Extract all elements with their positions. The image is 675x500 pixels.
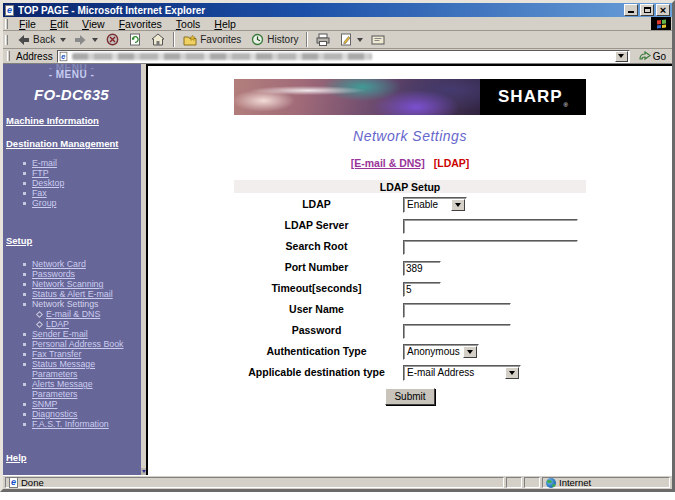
sidebar-item-group[interactable]: Group — [6, 198, 137, 208]
sidebar-item-personal-address-book[interactable]: Personal Address Book — [6, 339, 137, 349]
address-url-blurred — [72, 53, 372, 60]
sidebar-link-machine-information[interactable]: Machine Information — [6, 115, 137, 126]
home-button[interactable] — [146, 32, 170, 48]
sidebar-link-destination-management[interactable]: Destination Management — [6, 138, 137, 149]
menu-file[interactable]: File — [12, 18, 43, 30]
timeout-label: Timeout[seconds] — [234, 277, 399, 298]
ldap-enable-select[interactable]: Enable — [403, 197, 467, 213]
edit-dropdown-icon[interactable] — [357, 38, 363, 42]
ldap-current-page-label: [LDAP] — [434, 157, 470, 169]
favorites-button[interactable]: Favorites — [178, 32, 246, 48]
sidebar-item-fax[interactable]: Fax — [6, 188, 137, 198]
sidebar-item-snmp[interactable]: SNMP — [6, 399, 137, 409]
go-arrow-icon — [639, 51, 651, 62]
sidebar-item-ftp[interactable]: FTP — [6, 168, 137, 178]
forward-dropdown-icon[interactable] — [92, 38, 98, 42]
back-button-label: Back — [33, 34, 55, 45]
menu-edit[interactable]: Edit — [43, 18, 75, 30]
address-label: Address — [16, 51, 53, 62]
scroll-down-button[interactable] — [141, 468, 146, 475]
port-number-label: Port Number — [234, 256, 399, 277]
email-dns-link[interactable]: [E-mail & DNS] — [351, 157, 425, 169]
sidebar: - MENU - FO-DC635 Machine Information De… — [3, 64, 141, 475]
security-zone-pane: Internet — [542, 477, 670, 488]
go-button-label: Go — [653, 51, 666, 62]
user-name-input[interactable] — [403, 303, 511, 318]
history-clock-icon — [251, 33, 264, 46]
back-button[interactable]: Back — [12, 32, 60, 48]
history-button-label: History — [267, 34, 298, 45]
home-icon — [151, 33, 165, 46]
authentication-type-select[interactable]: Anonymous — [403, 344, 479, 360]
sidebar-link-help[interactable]: Help — [6, 452, 137, 463]
ldap-server-input[interactable] — [403, 219, 578, 234]
refresh-button[interactable] — [124, 32, 146, 48]
sidebar-item-network-card[interactable]: Network Card — [6, 259, 137, 269]
address-input[interactable] — [57, 50, 630, 63]
status-pane-empty — [524, 477, 540, 488]
search-root-input[interactable] — [403, 240, 578, 255]
applicable-destination-type-select[interactable]: E-mail Address — [403, 365, 521, 381]
sidebar-item-email[interactable]: E-mail — [6, 158, 137, 168]
sidebar-item-alerts-message-parameters[interactable]: Alerts Message Parameters — [6, 379, 137, 399]
sharp-banner: SHARP ® — [234, 79, 586, 115]
sidebar-item-ldap[interactable]: LDAP — [6, 319, 137, 329]
menu-help[interactable]: Help — [207, 18, 243, 30]
menu-tools[interactable]: Tools — [169, 18, 208, 30]
addressbar-grip[interactable] — [7, 51, 10, 61]
discuss-button[interactable] — [366, 32, 390, 48]
sidebar-item-diagnostics[interactable]: Diagnostics — [6, 409, 137, 419]
sidebar-item-fast-information[interactable]: F.A.S.T. Information — [6, 419, 137, 429]
history-button[interactable]: History — [246, 32, 303, 48]
sidebar-item-fax-transfer[interactable]: Fax Transfer — [6, 349, 137, 359]
sidebar-item-sender-email[interactable]: Sender E-mail — [6, 329, 137, 339]
port-number-input[interactable] — [403, 261, 441, 276]
favorites-button-label: Favorites — [200, 34, 241, 45]
password-input[interactable] — [403, 324, 511, 339]
sidebar-item-network-scanning[interactable]: Network Scanning — [6, 279, 137, 289]
stop-button[interactable] — [101, 32, 124, 48]
authentication-type-value: Anonymous — [404, 346, 463, 357]
applicable-destination-type-label: Applicable destination type — [234, 361, 399, 382]
sidebar-item-desktop[interactable]: Desktop — [6, 178, 137, 188]
address-bar: Address Go — [3, 49, 672, 64]
page-title: Network Settings — [148, 128, 672, 144]
menu-view[interactable]: View — [75, 18, 112, 30]
menu-favorites[interactable]: Favorites — [112, 18, 169, 30]
address-dropdown-button[interactable] — [615, 51, 628, 62]
sidebar-link-setup[interactable]: Setup — [6, 235, 137, 246]
close-button[interactable] — [656, 4, 670, 16]
destination-list: E-mail FTP Desktop Fax Group — [6, 158, 137, 208]
back-dropdown-icon[interactable] — [60, 38, 66, 42]
ie-logo-icon — [5, 5, 14, 16]
form-row-ldap: LDAP Enable — [234, 193, 586, 214]
ldap-label: LDAP — [234, 193, 399, 214]
title-bar: TOP PAGE - Microsoft Internet Explorer — [3, 3, 672, 17]
ldap-setup-section: LDAP Setup LDAP Enable — [234, 180, 586, 405]
minimize-button[interactable] — [624, 4, 638, 16]
timeout-input[interactable] — [403, 282, 441, 297]
sidebar-item-status-message-parameters[interactable]: Status Message Parameters — [6, 359, 137, 379]
select-arrow-button[interactable] — [451, 199, 465, 211]
restore-button[interactable] — [640, 4, 654, 16]
form-row-timeout: Timeout[seconds] — [234, 277, 586, 298]
authentication-type-label: Authentication Type — [234, 340, 399, 361]
toolbar-grip[interactable] — [5, 35, 8, 45]
sidebar-item-passwords[interactable]: Passwords — [6, 269, 137, 279]
go-button[interactable]: Go — [636, 51, 669, 62]
sidebar-item-email-dns[interactable]: E-mail & DNS — [6, 309, 137, 319]
brand-name: SHARP — [498, 87, 563, 107]
sidebar-scrollbar[interactable] — [141, 64, 146, 475]
edit-button[interactable] — [335, 32, 357, 48]
ldap-enable-value: Enable — [404, 199, 451, 210]
select-arrow-button[interactable] — [505, 367, 519, 379]
print-button[interactable] — [311, 32, 335, 48]
search-root-label: Search Root — [234, 235, 399, 256]
sidebar-item-status-alert-email[interactable]: Status & Alert E-mail — [6, 289, 137, 299]
forward-button[interactable] — [69, 32, 92, 48]
select-arrow-button[interactable] — [463, 346, 477, 358]
device-model: FO-DC635 — [6, 86, 137, 103]
submit-button[interactable]: Submit — [385, 388, 435, 405]
menubar-grip[interactable] — [5, 19, 8, 29]
chevron-down-icon — [455, 203, 461, 207]
